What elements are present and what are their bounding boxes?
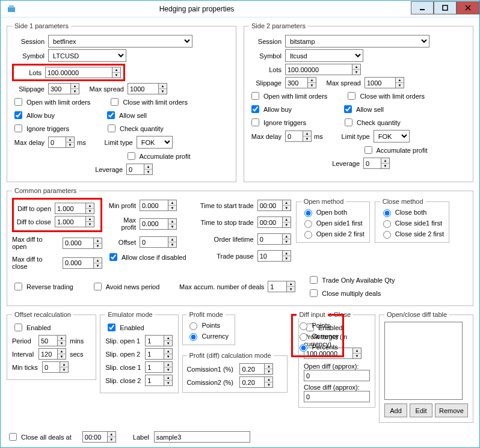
side2-lots[interactable]: ▲▼ xyxy=(285,64,361,75)
emulator-group: Emulator mode Enabled Slip. open 1 ▲▼ Sl… xyxy=(100,311,179,393)
close-multiply[interactable]: Close multiply deals xyxy=(307,287,395,299)
reverse-trading[interactable]: Reverse trading xyxy=(12,281,73,292)
side1-group: Side 1 parameters Session betfinex Symbo… xyxy=(7,22,236,182)
side2-legend: Side 2 parameters xyxy=(249,22,308,29)
side1-maxdelay[interactable]: ▲▼ xyxy=(48,137,75,148)
side2-allow-buy[interactable]: Allow buy xyxy=(249,103,292,115)
time-stop[interactable]: ▲▼ xyxy=(257,216,291,228)
diff-points[interactable]: Points xyxy=(297,321,330,330)
close-both[interactable]: Close both xyxy=(380,207,427,217)
commission2[interactable]: ▲▼ xyxy=(239,376,273,388)
open-both[interactable]: Open both xyxy=(301,207,347,217)
side1-legend: Side 1 parameters xyxy=(12,22,71,29)
side1-check-qty[interactable]: Check quantity xyxy=(105,123,164,134)
avoid-news[interactable]: Avoid news period xyxy=(91,281,160,292)
order-lifetime[interactable]: ▲▼ xyxy=(257,233,291,245)
offset-recalc-group: Offset recalculation Enabled Period ▲▼ m… xyxy=(7,311,96,380)
minimize-button[interactable] xyxy=(411,1,434,14)
offset[interactable]: ▲▼ xyxy=(140,236,177,248)
trade-pause[interactable]: ▲▼ xyxy=(257,250,291,262)
close-diff-approx[interactable] xyxy=(304,391,370,402)
side2-open-limit[interactable]: Open with limit orders xyxy=(249,90,327,102)
offset-interval[interactable]: ▲▼ xyxy=(38,348,66,360)
side2-accumulate[interactable]: Accumulate profit xyxy=(362,144,428,156)
diff-to-open[interactable]: ▲▼ xyxy=(55,203,94,214)
maximize-button[interactable] xyxy=(434,1,457,14)
min-profit[interactable]: ▲▼ xyxy=(140,200,177,211)
edit-button[interactable]: Edit xyxy=(410,404,432,417)
side2-check-qty[interactable]: Check quantity xyxy=(342,117,401,128)
close-side1[interactable]: Close side1 first xyxy=(380,218,442,228)
side1-session[interactable]: betfinex xyxy=(48,35,192,48)
offset-period[interactable]: ▲▼ xyxy=(38,335,66,346)
side1-limittype[interactable]: FOK xyxy=(137,136,173,149)
diff-percents[interactable]: Percents xyxy=(297,342,337,352)
slip-open-2[interactable]: ▲▼ xyxy=(145,348,173,360)
side2-close-limit[interactable]: Close with limit orders xyxy=(345,90,425,102)
side2-ignore-triggers[interactable]: Ignore triggers xyxy=(249,117,306,128)
diff-input-group: Diff input Points Currency Percents xyxy=(291,311,344,357)
close-all-time[interactable]: ▲▼ xyxy=(82,431,116,443)
max-diff-close[interactable]: ▲▼ xyxy=(63,257,102,269)
profit-points[interactable]: Points xyxy=(186,321,220,330)
open-diff-approx[interactable] xyxy=(304,370,370,381)
slip-open-1[interactable]: ▲▼ xyxy=(145,335,173,346)
close-side2[interactable]: Close side 2 first xyxy=(380,229,444,239)
close-button[interactable] xyxy=(457,1,479,14)
diff-currency[interactable]: Currency xyxy=(297,331,339,341)
max-profit[interactable]: ▲▼ xyxy=(140,218,177,230)
profit-currency[interactable]: Currency xyxy=(186,331,229,341)
emulator-enabled[interactable]: Enabled xyxy=(105,322,144,333)
side1-symbol[interactable]: LTCUSD xyxy=(48,49,126,62)
close-all-deals[interactable]: Close all deals at xyxy=(7,431,72,443)
side1-accumulate[interactable]: Accumulate profit xyxy=(125,150,191,162)
offset-minticks[interactable]: ▲▼ xyxy=(42,361,69,373)
side1-lots[interactable]: ▲▼ xyxy=(45,67,121,78)
side1-slippage[interactable]: ▲▼ xyxy=(48,83,79,94)
open-side1[interactable]: Open side1 first xyxy=(301,218,363,228)
side2-limittype[interactable]: FOK xyxy=(374,130,410,143)
side1-open-limit[interactable]: Open with limit orders xyxy=(12,96,90,108)
side1-leverage[interactable]: ▲▼ xyxy=(126,164,153,175)
diff-to-close[interactable]: ▲▼ xyxy=(55,216,94,227)
offset-enabled[interactable]: Enabled xyxy=(12,322,51,333)
slip-close-2[interactable]: ▲▼ xyxy=(145,375,173,386)
diff-table-list[interactable] xyxy=(384,322,463,400)
max-diff-open[interactable]: ▲▼ xyxy=(63,238,102,249)
commission1[interactable]: ▲▼ xyxy=(239,363,273,375)
window-title: Hedging pair properties xyxy=(0,5,411,13)
common-group: Common parameters Diff to open ▲▼ Diff t… xyxy=(7,187,473,306)
diff-table-group: Open/close diff table Add Edit Remove xyxy=(379,311,473,423)
side2-maxspread[interactable]: ▲▼ xyxy=(365,77,404,88)
remove-button[interactable]: Remove xyxy=(435,404,468,417)
allow-close-disabled[interactable]: Allow close if disabled xyxy=(107,251,186,263)
side1-close-limit[interactable]: Close with limit orders xyxy=(108,96,188,108)
side2-leverage[interactable]: ▲▼ xyxy=(363,158,390,169)
open-method-group: Open method Open both Open side1 first O… xyxy=(296,198,370,243)
max-accum[interactable]: ▲▼ xyxy=(268,281,295,292)
side1-maxspread[interactable]: ▲▼ xyxy=(128,83,167,94)
profit-mode-group: Profit mode Points Currency xyxy=(182,311,235,345)
side2-allow-sell[interactable]: Allow sell xyxy=(342,103,384,115)
side1-ignore-triggers[interactable]: Ignore triggers xyxy=(12,123,69,134)
trade-only-qty[interactable]: Trade Only Available Qty xyxy=(307,274,395,286)
side2-maxdelay[interactable]: ▲▼ xyxy=(285,130,312,142)
svg-rect-3 xyxy=(443,5,448,10)
side1-allow-buy[interactable]: Allow buy xyxy=(12,109,55,121)
side2-slippage[interactable]: ▲▼ xyxy=(285,77,316,88)
label-input[interactable] xyxy=(154,431,250,443)
calc-group: Profit (diff) calculation mode Comission… xyxy=(182,352,288,393)
time-start[interactable]: ▲▼ xyxy=(257,200,291,211)
open-side2[interactable]: Open side 2 first xyxy=(301,229,365,239)
side2-group: Side 2 parameters Session bitstamp Symbo… xyxy=(244,22,473,182)
side1-allow-sell[interactable]: Allow sell xyxy=(105,109,147,121)
add-button[interactable]: Add xyxy=(384,404,407,417)
slip-close-1[interactable]: ▲▼ xyxy=(145,361,173,373)
side2-session[interactable]: bitstamp xyxy=(285,35,429,48)
titlebar: Hedging pair properties xyxy=(1,1,479,17)
close-method-group: Close method Close both Close side1 firs… xyxy=(375,198,449,243)
side2-symbol[interactable]: ltcusd xyxy=(285,49,363,62)
